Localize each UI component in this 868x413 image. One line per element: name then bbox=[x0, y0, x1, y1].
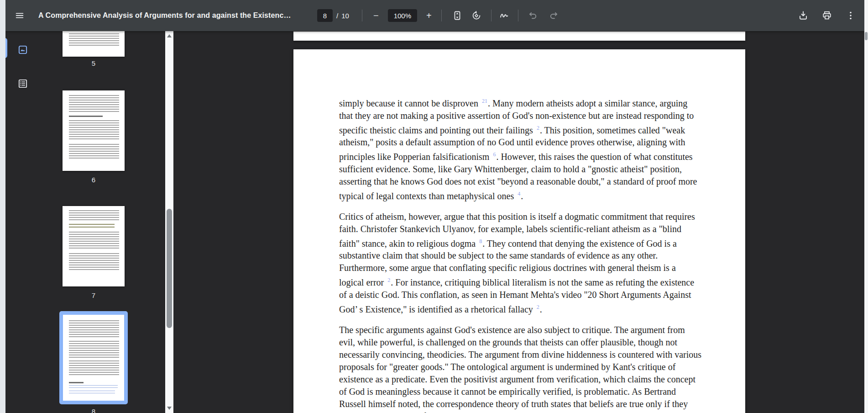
thumbnail-label: 8 bbox=[59, 408, 128, 413]
thumbnail-heading-line bbox=[69, 116, 103, 117]
thumbnail-page-8[interactable] bbox=[59, 311, 128, 404]
page-count: 10 bbox=[341, 12, 349, 20]
thumbnail-text-lines bbox=[69, 210, 119, 221]
thumbnail-page-8-content bbox=[63, 315, 124, 401]
previous-page-bottom-edge bbox=[293, 32, 745, 41]
scroll-up-arrow[interactable] bbox=[167, 34, 172, 37]
fit-to-page-icon bbox=[452, 10, 463, 21]
print-button[interactable] bbox=[820, 8, 834, 23]
toolbar-separator bbox=[362, 10, 362, 21]
thumbnail-label: 7 bbox=[59, 291, 128, 299]
citation-superscript-link[interactable]: 4 bbox=[518, 191, 520, 197]
menu-button[interactable] bbox=[12, 8, 27, 23]
thumbnail-page-6[interactable] bbox=[63, 90, 125, 171]
scrollbar-thumb[interactable] bbox=[167, 209, 172, 328]
outer-scrollbar-thumb[interactable] bbox=[865, 32, 868, 40]
hamburger-icon bbox=[15, 11, 25, 21]
fit-to-page-button[interactable] bbox=[450, 9, 464, 22]
thumbnail-text-lines bbox=[69, 341, 119, 358]
toolbar-separator bbox=[441, 10, 442, 21]
rotate-button[interactable] bbox=[470, 9, 483, 22]
citation-superscript-link[interactable]: 2 bbox=[537, 304, 539, 310]
citation-superscript-link[interactable]: 6 bbox=[493, 151, 496, 158]
zoom-out-button[interactable]: − bbox=[370, 10, 382, 21]
toolbar-separator bbox=[491, 10, 492, 21]
undo-icon bbox=[528, 10, 539, 21]
citation-superscript-link[interactable]: 8 bbox=[479, 238, 482, 244]
thumbnails-view-button[interactable] bbox=[16, 42, 30, 57]
download-icon bbox=[798, 10, 809, 21]
toolbar-separator bbox=[518, 10, 518, 21]
undo-button[interactable] bbox=[526, 9, 540, 22]
toolbar-right-controls bbox=[796, 0, 858, 31]
document-area: simply because it cannot be disproven 21… bbox=[173, 31, 864, 413]
thumbnail-text-lines bbox=[69, 360, 119, 376]
download-button[interactable] bbox=[796, 8, 810, 23]
thumbnail-reference-lines bbox=[69, 385, 118, 389]
pdf-page-8: simply because it cannot be disproven 21… bbox=[293, 49, 745, 413]
more-options-button[interactable] bbox=[843, 8, 858, 23]
thumbnail-text-lines bbox=[69, 144, 119, 159]
thumbnail-label: 6 bbox=[59, 176, 128, 184]
toolbar-center-controls: / 10 − 100% + bbox=[317, 0, 560, 31]
viewer-content: 5 6 7 bbox=[5, 31, 864, 413]
outer-right-gutter bbox=[864, 0, 868, 413]
outline-icon bbox=[17, 78, 29, 90]
zoom-level-box[interactable]: 100% bbox=[388, 9, 417, 22]
document-paragraph: The specific arguments against God's exi… bbox=[339, 324, 702, 413]
annotate-button[interactable] bbox=[497, 9, 511, 22]
thumbnail-text-lines bbox=[69, 120, 119, 141]
thumbnail-text-lines bbox=[69, 95, 119, 112]
thumbnail-text-lines bbox=[69, 232, 119, 250]
thumbnail-page-7[interactable] bbox=[63, 206, 125, 286]
sidebar-rail bbox=[5, 31, 36, 413]
redo-button[interactable] bbox=[547, 9, 560, 22]
thumbnail-heading-lines bbox=[69, 224, 115, 228]
page-divider: / bbox=[336, 12, 338, 20]
rotate-counterclockwise-icon bbox=[471, 10, 482, 21]
thumbnail-text-lines bbox=[69, 253, 119, 271]
citation-superscript-link[interactable]: 2 bbox=[537, 125, 539, 131]
pdf-viewer: A Comprehensive Analysis of Arguments fo… bbox=[5, 0, 864, 413]
thumbnail-reference-lines bbox=[69, 391, 115, 395]
document-title: A Comprehensive Analysis of Arguments fo… bbox=[38, 0, 291, 31]
thumbnail-page-5[interactable] bbox=[63, 31, 125, 57]
pdf-viewer-screen: { "toolbar": { "title": "A Comprehensive… bbox=[0, 0, 868, 413]
print-icon bbox=[821, 10, 832, 21]
zoom-in-button[interactable]: + bbox=[423, 10, 435, 21]
pdf-toolbar: A Comprehensive Analysis of Arguments fo… bbox=[5, 0, 864, 31]
citation-superscript-link[interactable]: 21 bbox=[482, 98, 487, 104]
thumbnails-icon bbox=[17, 44, 29, 56]
thumbnail-label: 5 bbox=[59, 59, 128, 67]
outer-left-gutter bbox=[0, 0, 5, 413]
document-paragraph: Critics of atheism, however, argue that … bbox=[339, 211, 702, 316]
page-number-input[interactable] bbox=[317, 9, 333, 22]
page-text: simply because it cannot be disproven 21… bbox=[339, 95, 702, 413]
citation-superscript-link[interactable]: 2 bbox=[387, 277, 390, 283]
more-vertical-icon bbox=[845, 10, 856, 21]
pen-squiggle-icon bbox=[499, 10, 510, 21]
scroll-down-arrow[interactable] bbox=[167, 407, 172, 410]
thumbnail-text-lines bbox=[69, 320, 119, 339]
redo-icon bbox=[548, 10, 559, 21]
thumbnail-references-heading bbox=[69, 382, 84, 383]
sidebar-scrollbar[interactable] bbox=[165, 31, 173, 413]
document-paragraph: simply because it cannot be disproven 21… bbox=[339, 95, 702, 202]
outline-view-button[interactable] bbox=[16, 76, 30, 91]
thumbnail-text-lines bbox=[69, 33, 119, 47]
